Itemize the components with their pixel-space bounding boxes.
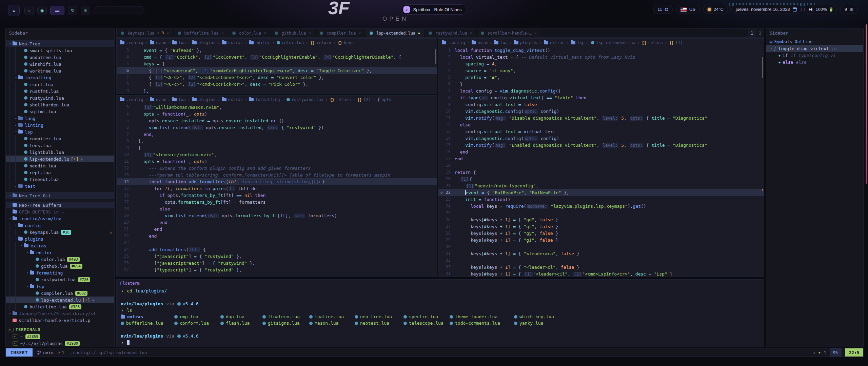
close-icon[interactable]: × — [470, 31, 472, 36]
record-button[interactable]: ◉ — [37, 6, 47, 15]
expander-icon[interactable]: ▸ — [14, 184, 18, 188]
code-line-33[interactable]: 33 keys[#keys + 1] = { "<leader>cl", fal… — [438, 264, 764, 270]
code-line-13[interactable]: 13 config.virtual_text = virtual_text — [438, 128, 764, 135]
code-line-29[interactable]: 29 keys[#keys + 1] = { "gI", false } — [438, 237, 764, 243]
code-line-31[interactable]: 31 keys[#keys + 1] = { "<leader>ca", fal… — [438, 250, 764, 257]
tree-item-x[interactable]: >_~#2859 — [6, 333, 114, 340]
floaterm-panel[interactable]: Floaterm ›cdlua/plugins/ nvim/lua/plugin… — [116, 279, 764, 347]
code-line-18[interactable]: 18 — [438, 162, 764, 169]
tree-item-extras[interactable]: ▾extras — [6, 242, 114, 249]
layout-button[interactable]: ▬ — [50, 6, 64, 15]
tree-header-terminals[interactable]: >_TERMINALS — [6, 326, 114, 333]
tree-item-lsp[interactable]: ▾lsp — [6, 128, 114, 135]
breadcrumb-item-opts[interactable]: ƒopts — [377, 97, 391, 102]
code-line-27[interactable]: 27 keys[#keys + 1] = { "gr", false } — [438, 223, 764, 230]
breadcrumb-item-lua[interactable]: lua — [172, 97, 186, 102]
tree-item-bufferline-lua[interactable]: bufferline.lua#328 — [6, 303, 114, 310]
scrollbar[interactable] — [762, 47, 764, 276]
code-line-32[interactable]: 32 — [438, 257, 764, 264]
symbol-item-if[interactable]: ◈ifif type(config.vi — [766, 52, 863, 59]
notes-button[interactable]: ≡ — [81, 6, 90, 15]
expander-icon[interactable]: ▾ — [8, 217, 13, 220]
code-line-19[interactable]: 19 vim.list_extend(dst: opts.formatters_… — [117, 212, 437, 219]
listing-file-todo-comments-lua[interactable]: todo-comments.lua — [450, 321, 514, 326]
breadcrumb-item-lsp[interactable]: lsp — [571, 40, 585, 45]
breadcrumb-item-extras[interactable]: extras — [544, 40, 565, 45]
tree-item-lang[interactable]: ▸lang — [6, 115, 114, 122]
listing-file-theme-loader-lua[interactable]: theme-loader.lua — [450, 314, 514, 319]
expander-icon[interactable]: ▾ — [14, 224, 18, 227]
code-line-17[interactable]: 17end — [438, 155, 764, 162]
close-icon[interactable]: × — [166, 31, 169, 36]
tree-item-lightbulb-lua[interactable]: lightbulb.lua — [6, 149, 114, 156]
expander-icon[interactable]: ▸ — [8, 194, 13, 197]
code-line-23[interactable]: 23 init = function() — [438, 196, 764, 203]
code-line-9[interactable]: 9 }, — [117, 87, 437, 94]
tree-item-compiler-lua[interactable]: compiler.lua#682 — [6, 290, 114, 297]
tree-item-formatting[interactable]: ▾formatting — [6, 74, 114, 81]
code-line-11[interactable]: 11 opts = function(_, opts) — [117, 158, 437, 165]
expander-icon[interactable]: ▾ — [25, 251, 30, 254]
code-line-7[interactable]: 7 end, — [117, 131, 437, 138]
listing-file-conform-lua[interactable]: conform.lua — [174, 321, 220, 326]
tree-item-plugins[interactable]: ▾plugins — [6, 236, 114, 242]
code-line-15[interactable]: 15 for ft, formatters in pairs(t: tbl) d… — [117, 185, 437, 192]
code-line-21[interactable]: 21 [1]"neovim/nvim-lspconfig", — [438, 182, 764, 189]
tree-item-lsp-extended-lu[interactable]: lsp-extended.lu[+]◉ — [6, 297, 114, 303]
code-line-26[interactable]: 26 ["javascriptreact"] = { "rustywind" }… — [117, 260, 437, 266]
editor-pane-conform[interactable]: .config›nvim›lua›plugins›extras›formatti… — [116, 95, 437, 277]
tree-item-scrollbar-handle-vertical-p[interactable]: scrollbar-handle-vertical.p — [6, 317, 114, 324]
tab-bufferline-lua[interactable]: bufferline.lua× — [174, 29, 228, 37]
close-icon[interactable]: × — [358, 31, 361, 36]
tree-item-compiler-lua[interactable]: compiler.lua — [6, 135, 114, 142]
tree-item-shellharden-lua[interactable]: shellharden.lua — [6, 101, 114, 108]
tree-item-lsp[interactable]: ▾lsp — [6, 283, 114, 290]
close-icon[interactable]: × — [221, 31, 224, 36]
expander-icon[interactable]: ▸ — [8, 312, 13, 315]
breadcrumb-item-editor[interactable]: editor — [249, 40, 270, 45]
breadcrumb-item-lsp-extended-lua[interactable]: lsp-extended.lua — [591, 40, 635, 45]
code-line-22[interactable]: 22 end — [117, 232, 437, 239]
tree-item-winshift-lua[interactable]: winshift.lua — [6, 61, 114, 67]
close-icon[interactable]: × — [534, 31, 537, 36]
code-line-25[interactable]: 25 ["javascript"] = { "rustywind" }, — [117, 253, 437, 260]
breadcrumb-item-nvim[interactable]: nvim — [472, 40, 488, 45]
breadcrumb-item-return[interactable]: []return — [642, 40, 663, 45]
code-line-5[interactable]: 5 opts.ensure_installed = opts.ensure_in… — [117, 117, 437, 124]
tree-item-timeout-lua[interactable]: timeout.lua — [6, 176, 114, 183]
expander-icon[interactable]: ▾ — [14, 76, 18, 79]
code-line-1[interactable]: 1local function toggle_diag_virtext() — [438, 47, 764, 54]
code-line-12[interactable]: 12 --- Extend the conform plugin config … — [117, 165, 437, 171]
tree-item-juegos-indies-steamlibrary-st[interactable]: ▸Juegos/Indies/SteamLibrary/st — [6, 310, 114, 317]
workspaces-widget[interactable]: 9⊞ — [840, 5, 858, 14]
code-line-5[interactable]: 5 keys = { — [117, 60, 437, 67]
breadcrumb-item-config[interactable]: .config — [120, 97, 143, 102]
tree-item-lsp-extended-lu[interactable]: lsp-extended.lu[+]◉ — [6, 156, 114, 162]
breadcrumb-item-extras[interactable]: extras — [222, 97, 243, 102]
tab-rustywind-lua[interactable]: rustywind.lua× — [425, 29, 477, 37]
listing-file-flash-lua[interactable]: flash.lua — [220, 321, 262, 326]
code-line-20[interactable]: 20 [1]{ — [438, 176, 764, 182]
window-title-pill[interactable]: ―――――― — [94, 6, 144, 15]
breadcrumb-item-nvim[interactable]: nvim — [150, 40, 166, 45]
media-widget[interactable]: ♪ Spiritbox - Rule Of Nines — [401, 4, 467, 15]
code-line-6[interactable]: 6 { [1]"<leader>uC", [2]"<cmd>CccHighlig… — [117, 67, 437, 74]
expander-icon[interactable]: ▾ — [8, 203, 13, 207]
code-line-7[interactable]: 7 { [1]"<S-C>", [2]"<cmd>CccConvert<cr>"… — [117, 74, 437, 81]
expander-icon[interactable]: ▾ — [14, 130, 18, 134]
listing-file-floaterm-lua[interactable]: floaterm.lua — [262, 314, 309, 319]
code-line-21[interactable]: 21 end — [117, 226, 437, 232]
tree-item-lens-lua[interactable]: lens.lua — [6, 142, 114, 149]
expander-icon[interactable]: ▸ — [14, 117, 18, 120]
tree-item-neodim-lua[interactable]: neodim.lua — [6, 162, 114, 169]
code-line-10[interactable]: 10 vim.diagnostic.config(opts: config) — [438, 108, 764, 115]
symbol-item-toggle-diag-virtext[interactable]: ▾ƒtoggle_diag_virtextfu — [766, 45, 863, 52]
listing-file-spectre-lua[interactable]: spectre.lua — [403, 314, 450, 319]
close-icon[interactable]: × — [309, 31, 311, 36]
volume-widget[interactable]: 100% — [805, 5, 837, 14]
listing-file-lualine-lua[interactable]: lualine.lua — [309, 314, 355, 319]
tree-item-color-lua[interactable]: color.lua#493 — [6, 256, 114, 263]
breadcrumb-item-rustywind-lua[interactable]: rustywind.lua — [287, 97, 323, 102]
symbol-item-else[interactable]: ◈elseelse — [766, 59, 863, 65]
breadcrumb-item-1[interactable]: {}[1] — [669, 40, 683, 45]
